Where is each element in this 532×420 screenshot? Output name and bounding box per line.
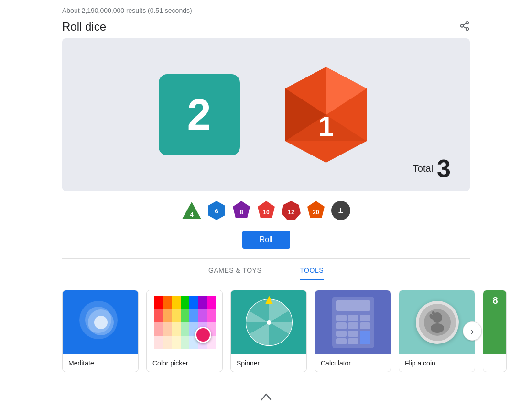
tool-label-flip-coin: Flip a coin <box>399 354 475 372</box>
collapse-chevron[interactable] <box>261 391 272 404</box>
total-label: Total <box>413 163 433 174</box>
tool-card-partial[interactable]: 8 <box>483 290 507 372</box>
roll-button[interactable]: Roll <box>242 231 290 249</box>
svg-line-3 <box>463 26 466 28</box>
svg-point-29 <box>431 323 444 333</box>
dice-type-d20[interactable]: 20 <box>305 200 326 221</box>
tab-games[interactable]: GAMES & TOYS <box>208 266 261 280</box>
tool-label-color-picker: Color picker <box>147 354 222 372</box>
dice-type-d4[interactable]: 4 <box>181 200 202 221</box>
tool-label-meditate: Meditate <box>63 354 138 372</box>
dice-type-d6[interactable]: 6 <box>206 200 227 221</box>
dice-selector: 4 6 8 10 12 20 <box>0 191 532 226</box>
svg-text:6: 6 <box>215 208 218 215</box>
dice-type-d12[interactable]: 12 <box>281 200 302 221</box>
tabs-container: GAMES & TOYS TOOLS <box>0 259 532 280</box>
svg-text:12: 12 <box>288 209 294 216</box>
svg-text:10: 10 <box>263 209 270 216</box>
tool-card-color-picker[interactable]: Color picker <box>146 290 223 372</box>
dice-type-d10[interactable]: 10 <box>256 200 277 221</box>
share-icon[interactable] <box>459 21 470 33</box>
svg-text:±: ± <box>338 206 343 215</box>
svg-text:1: 1 <box>318 111 334 143</box>
svg-line-4 <box>463 23 466 25</box>
svg-text:20: 20 <box>313 209 319 216</box>
dice-d6-value: 2 <box>187 90 211 140</box>
dice-area: 2 1 Total 3 <box>62 38 470 191</box>
svg-point-26 <box>267 320 271 325</box>
tool-label-calculator: Calculator <box>315 354 391 372</box>
results-info: About 2,190,000,000 results (0.51 second… <box>0 0 532 17</box>
page-title: Roll dice <box>62 20 106 33</box>
svg-text:8: 8 <box>239 209 243 216</box>
total-display: Total 3 <box>413 154 451 183</box>
tool-card-meditate[interactable]: Meditate <box>62 290 139 372</box>
dice-type-d8[interactable]: 8 <box>231 200 252 221</box>
dice-d20[interactable]: 1 <box>278 62 374 167</box>
tool-card-spinner[interactable]: Spinner <box>230 290 307 372</box>
tool-card-calculator[interactable]: Calculator <box>315 290 391 372</box>
tools-row: Meditate <box>0 280 532 382</box>
nav-next-button[interactable]: › <box>463 321 482 341</box>
total-value: 3 <box>437 154 451 183</box>
dice-type-custom[interactable]: ± <box>330 200 351 221</box>
svg-text:4: 4 <box>190 211 194 218</box>
dice-d6[interactable]: 2 <box>159 74 240 155</box>
tab-tools[interactable]: TOOLS <box>300 266 324 280</box>
tool-label-spinner: Spinner <box>231 354 306 372</box>
